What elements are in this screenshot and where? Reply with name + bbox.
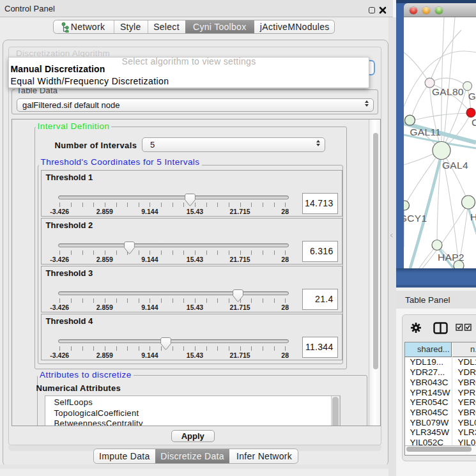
svg-text:GAL4: GAL4: [442, 160, 468, 171]
svg-text:CY: CY: [472, 117, 476, 128]
svg-text:GAL11: GAL11: [410, 127, 441, 137]
svg-text:HA: HA: [470, 211, 476, 222]
svg-text:HAP2: HAP2: [438, 252, 464, 263]
svg-text:GCY1: GCY1: [404, 213, 427, 224]
svg-text:GA: GA: [468, 91, 476, 102]
svg-text:GAL80: GAL80: [432, 86, 464, 97]
